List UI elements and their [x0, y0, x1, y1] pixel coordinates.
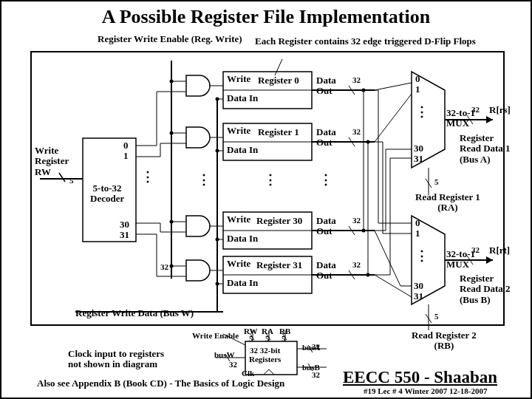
mini-we: Write Enable [192, 331, 239, 340]
mux1-read: Read Register 1 (RA) [415, 192, 480, 214]
reg1-name: Register 1 [258, 127, 299, 137]
reg1-write: Write [227, 126, 250, 136]
svg-point-21 [170, 220, 174, 224]
dots4: ⋮ [319, 173, 332, 188]
mux1-dots: ⋮ [415, 105, 429, 120]
reg30-dataout: Data Out [316, 216, 336, 237]
mux1-desc: Register Read Data 1 (Bus A) [460, 133, 511, 165]
reg31-datain: Data In [227, 278, 258, 288]
flop-note: Each Register contains 32 edge triggered… [253, 35, 478, 47]
svg-point-19 [170, 132, 174, 135]
mini-5c: 5 [282, 334, 286, 343]
dec32: 32 [160, 262, 168, 271]
mini-32a: 32 [229, 360, 237, 369]
mux1-out: R[rs] [489, 105, 511, 115]
clock-note: Clock input to registers not shown in di… [68, 349, 164, 370]
mini-5a: 5 [249, 334, 253, 343]
svg-marker-66 [486, 256, 493, 264]
mini-5b: 5 [265, 334, 270, 343]
mux1-top: 0 1 [415, 74, 420, 95]
reg30-datain: Data In [227, 233, 258, 244]
svg-point-72 [216, 98, 219, 101]
decoder-bot: 30 31 [120, 219, 129, 241]
decoder-label: 5-to-32 Decoder [90, 183, 124, 205]
svg-point-23 [170, 265, 174, 268]
mini-32c: 32 [312, 370, 320, 379]
svg-point-74 [216, 149, 219, 153]
course: EECC 550 - Shaaban [343, 368, 497, 386]
svg-line-60 [375, 231, 400, 286]
mux1-outw: 32 [471, 105, 480, 114]
reg31-write: Write [227, 259, 250, 269]
svg-line-79 [275, 59, 282, 75]
reg1-bus: 32 [352, 127, 361, 136]
reg0-name: Register 0 [258, 75, 299, 86]
svg-point-78 [216, 282, 219, 286]
write-register-rw: Write Register RW [35, 146, 69, 177]
reg30-write: Write [227, 214, 250, 225]
svg-line-46 [375, 83, 412, 90]
reg0-write: Write [227, 74, 250, 84]
reg0-datain: Data In [227, 93, 258, 103]
reg0-bus: 32 [352, 75, 361, 84]
svg-point-17 [170, 80, 174, 83]
footer: #19 Lec # 4 Winter 2007 12-18-2007 [364, 386, 487, 395]
mux2-out: R[rt] [489, 245, 510, 256]
rw-width: 5 [69, 176, 74, 185]
mini-busw: busW [214, 350, 235, 359]
mux1-sel: 5 [434, 177, 439, 186]
mux2-dots: ⋮ [415, 249, 429, 264]
mux2-top: 0 1 [415, 218, 420, 239]
reg31-bus: 32 [352, 260, 361, 269]
reg-write-enable-label: Register Write Enable (Reg. Write) [98, 34, 242, 44]
reg1-dataout: Data Out [316, 127, 336, 149]
svg-point-76 [216, 238, 219, 242]
dots: ⋮ [141, 170, 154, 185]
dots3: ⋮ [264, 173, 277, 188]
mini-clk: Clk [242, 369, 254, 378]
mux2-desc: Register Read Data 2 (Bus B) [460, 273, 511, 305]
svg-line-47 [375, 94, 412, 142]
reg31-name: Register 31 [256, 260, 302, 270]
reg30-bus: 32 [352, 216, 361, 225]
reg-write-data: Register Write Data (Bus W) [75, 308, 194, 318]
svg-marker-64 [486, 116, 493, 123]
mux2-sel: 5 [434, 312, 439, 321]
appendix-note: Also see Appendix B (Book CD) - The Basi… [37, 378, 284, 389]
mux2-outw: 32 [471, 245, 480, 254]
reg0-dataout: Data Out [316, 75, 336, 97]
reg1-datain: Data In [227, 145, 258, 155]
dots2: ⋮ [197, 173, 211, 188]
mini-32b: 32 [312, 342, 320, 351]
decoder-top: 0 1 [123, 140, 129, 162]
mux1-bot: 30 31 [414, 143, 423, 165]
mini-name: 32 32-bit Registers [249, 346, 281, 364]
reg31-dataout: Data Out [316, 260, 336, 282]
mux2-read: Read Register 2 (RB) [412, 330, 477, 352]
mux2-bot: 30 31 [414, 281, 423, 302]
reg30-name: Register 30 [256, 216, 302, 226]
